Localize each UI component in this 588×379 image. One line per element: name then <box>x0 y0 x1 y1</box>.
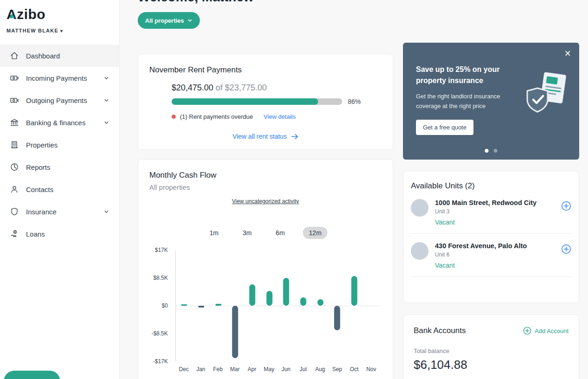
chart-column-sep <box>329 250 346 361</box>
chart-column-nov <box>363 250 380 361</box>
sidebar-item-label: Properties <box>26 141 110 149</box>
rent-progress: 86% <box>172 98 382 105</box>
page-title: Welcome, Matthew <box>138 0 254 5</box>
add-unit-button[interactable] <box>561 244 571 269</box>
sidebar-item-label: Reports <box>26 163 110 171</box>
sidebar-item-label: Incoming Payments <box>26 74 103 82</box>
chart-bar-oct <box>352 276 358 306</box>
chart-column-dec <box>176 250 193 361</box>
x-tick-label: Mar <box>226 366 243 373</box>
chart-bar-dec <box>181 304 187 306</box>
unit-address: 430 Forest Avenue, Palo Alto <box>435 242 555 250</box>
chart-column-jun <box>278 250 295 361</box>
sidebar-item-loans[interactable]: Loans <box>0 223 119 245</box>
units-list: 1000 Main Street, Redwood CityUnit 3Vaca… <box>411 199 571 277</box>
property-filter-label: All properties <box>145 17 184 24</box>
view-details-link[interactable]: View details <box>264 113 296 120</box>
unit-number: Unit 3 <box>435 208 555 215</box>
chart-y-axis: $17K$8.5K$0-$8.5K-$17K <box>149 250 171 361</box>
sidebar-item-dashboard[interactable]: Dashboard <box>0 45 119 67</box>
sidebar-item-label: Loans <box>26 230 110 238</box>
y-tick-label: $0 <box>162 302 168 309</box>
sidebar: Azibo MATTHEW BLAKE▾ DashboardIncoming P… <box>0 0 120 379</box>
arrow-right-icon <box>291 133 299 140</box>
y-tick-label: $8.5K <box>153 275 168 281</box>
insurance-document-shield-illustration <box>524 71 568 116</box>
chart-plot-area <box>175 250 380 361</box>
cash-flow-chart: $17K$8.5K$0-$8.5K-$17K DecJanFebMarAprMa… <box>149 250 382 379</box>
x-tick-label: Feb <box>210 366 227 373</box>
chart-bar-jan <box>198 306 205 308</box>
unit-avatar <box>411 199 428 217</box>
range-tab-12m[interactable]: 12m <box>303 227 327 239</box>
sidebar-item-contacts[interactable]: Contacts <box>0 178 119 200</box>
promo-body: Get the right landlord insurance coverag… <box>416 92 517 111</box>
loans-icon <box>9 229 19 239</box>
range-tab-3m[interactable]: 3m <box>236 227 257 239</box>
progress-track <box>172 98 342 105</box>
rent-payments-card: November Rent Payments $20,475.00 of $23… <box>138 54 393 150</box>
chart-column-feb <box>210 250 227 361</box>
sidebar-item-outgoing-payments[interactable]: Outgoing Payments <box>0 89 119 111</box>
x-tick-label: Jul <box>294 366 312 373</box>
sidebar-item-properties[interactable]: Properties <box>0 134 119 156</box>
uncategorized-activity-link[interactable]: View uncategorized activity <box>149 198 382 205</box>
chart-column-jul <box>295 250 312 361</box>
plus-circle-icon <box>561 244 571 254</box>
overdue-text: (1) Rent payments overdue <box>180 113 253 120</box>
chevron-down-icon <box>103 208 110 215</box>
chart-bar-jun <box>283 278 289 306</box>
sidebar-item-insurance[interactable]: Insurance <box>0 200 119 223</box>
property-filter-button[interactable]: All properties <box>138 12 200 29</box>
unit-number: Unit 6 <box>435 251 555 258</box>
chevron-down-icon <box>103 119 110 126</box>
amount-total: $23,775.00 <box>225 83 267 92</box>
chart-x-axis: DecJanFebMarAprMayJunJulAugSepOctNov <box>175 366 380 373</box>
insurance-promo-card: × Save up to 25% on your property insura… <box>403 43 579 160</box>
sidebar-item-banking-finances[interactable]: Banking & finances <box>0 111 119 134</box>
get-free-quote-button[interactable]: Get a free quote <box>416 120 473 135</box>
chart-bar-may <box>266 291 272 306</box>
chart-bar-feb <box>215 304 221 306</box>
progress-fill <box>172 98 318 105</box>
available-units-title: Available Units (2) <box>411 181 571 191</box>
view-all-rent-status-link[interactable]: View all rent status <box>149 133 382 140</box>
promo-title: Save up to 25% on your property insuranc… <box>416 64 514 86</box>
cash-flow-title: Monthly Cash Flow <box>149 171 382 180</box>
person-icon <box>9 184 19 194</box>
divider <box>411 233 571 234</box>
available-units-card: Available Units (2) 1000 Main Street, Re… <box>403 171 579 303</box>
add-unit-button[interactable] <box>561 201 571 226</box>
chevron-down-icon <box>103 75 110 81</box>
range-tab-6m[interactable]: 6m <box>270 227 291 239</box>
cash-flow-subtitle: All properties <box>149 183 382 191</box>
chart-bar-aug <box>317 299 323 306</box>
carousel-dot-1[interactable] <box>485 149 489 153</box>
sidebar-item-incoming-payments[interactable]: Incoming Payments <box>0 67 119 89</box>
user-menu[interactable]: MATTHEW BLAKE▾ <box>0 22 119 38</box>
chart-bar-mar <box>232 306 238 358</box>
close-icon[interactable]: × <box>565 48 571 59</box>
carousel-dot-2[interactable] <box>494 149 498 153</box>
chat-button[interactable] <box>4 371 60 379</box>
reports-icon <box>9 162 19 172</box>
x-tick-label: Sep <box>329 366 346 373</box>
y-tick-label: -$8.5K <box>152 330 168 337</box>
shield-icon <box>9 206 19 217</box>
x-tick-label: Oct <box>346 366 363 373</box>
x-tick-label: Apr <box>243 366 261 373</box>
range-tab-1m[interactable]: 1m <box>204 227 224 239</box>
x-tick-label: Jan <box>192 366 210 373</box>
azibo-logo[interactable]: Azibo <box>0 0 119 22</box>
sidebar-item-label: Banking & finances <box>26 119 103 127</box>
amount-paid: $20,475.00 <box>172 83 213 92</box>
rent-card-title: November Rent Payments <box>149 65 382 75</box>
add-account-button[interactable]: Add Account <box>523 327 569 335</box>
sidebar-item-reports[interactable]: Reports <box>0 156 119 178</box>
progress-percent: 86% <box>348 98 361 105</box>
rent-amounts: $20,475.00 of $23,775.00 <box>172 83 382 93</box>
incoming-payments-icon <box>9 73 19 83</box>
of-label: of <box>213 83 225 92</box>
sidebar-menu: DashboardIncoming PaymentsOutgoing Payme… <box>0 45 119 245</box>
unit-status: Vacant <box>435 218 555 226</box>
